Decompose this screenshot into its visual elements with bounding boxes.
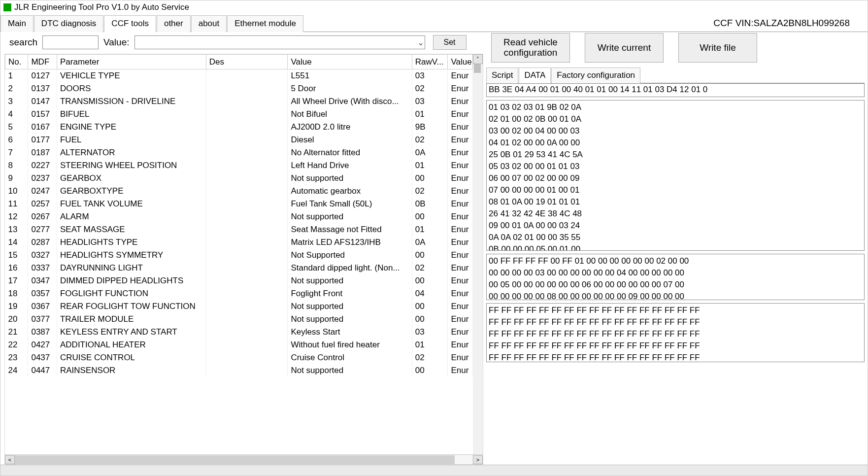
- scroll-right-icon[interactable]: >: [473, 455, 483, 464]
- cell-no: 8: [5, 159, 28, 172]
- cell-param: FUEL: [57, 134, 206, 146]
- top-tabs: MainDTC diagnosisCCF toolsotheraboutEthe…: [0, 14, 868, 32]
- cell-des: [206, 82, 288, 95]
- table-row[interactable]: 170347DIMMED DIPPED HEADLIGHTSNot suppor…: [5, 274, 473, 287]
- table-row[interactable]: 180357FOGLIGHT FUNCTIONFoglight Front04E…: [5, 287, 473, 300]
- cell-mdf: 0157: [28, 108, 57, 121]
- table-row[interactable]: 240447RAINSENSORNot supported00Enur: [5, 364, 473, 377]
- tab-main[interactable]: Main: [0, 15, 33, 32]
- set-button[interactable]: Set: [433, 35, 467, 50]
- tab-about[interactable]: about: [191, 15, 227, 32]
- cell-mdf: 0167: [28, 121, 57, 134]
- cell-raw: 03: [412, 326, 448, 339]
- cell-raw: 02: [412, 262, 448, 274]
- table-row[interactable]: 100247GEARBOXTYPEAutomatic gearbox02Enur: [5, 185, 473, 198]
- col-value[interactable]: Value: [288, 55, 412, 69]
- status-bar: [0, 465, 868, 476]
- cell-raw: 03: [412, 69, 448, 82]
- table-row[interactable]: 210387KEYLESS ENTRY AND STARTKeyless Sta…: [5, 326, 473, 339]
- cell-value: Not supported: [288, 300, 412, 313]
- vertical-scrollbar[interactable]: ˄ ˅: [473, 54, 483, 464]
- col-no[interactable]: No.: [5, 55, 28, 69]
- write-file-button[interactable]: Write file: [678, 33, 757, 63]
- table-row[interactable]: 220427ADDITIONAL HEATERWithout fuel fire…: [5, 339, 473, 351]
- subtab-data[interactable]: DATA: [519, 68, 551, 83]
- tab-other[interactable]: other: [157, 15, 191, 32]
- table-row[interactable]: 50167ENGINE TYPEAJ200D 2.0 litre9BEnur: [5, 121, 473, 134]
- col-des[interactable]: Des: [206, 55, 288, 69]
- cell-no: 9: [5, 172, 28, 185]
- cell-param: ADDITIONAL HEATER: [57, 339, 206, 351]
- cell-vt: Enur: [448, 108, 473, 121]
- col-valuetype[interactable]: Value: [448, 55, 473, 69]
- data-block-3[interactable]: [487, 304, 864, 362]
- table-row[interactable]: 40157BIFUELNot Bifuel01Enur: [5, 108, 473, 121]
- cell-des: [206, 69, 288, 82]
- col-parameter[interactable]: Parameter: [57, 55, 206, 69]
- table-row[interactable]: 110257FUEL TANK VOLUMEFuel Tank Small (5…: [5, 198, 473, 210]
- cell-param: SEAT MASSAGE: [57, 223, 206, 236]
- tab-ccf-tools[interactable]: CCF tools: [104, 15, 156, 32]
- cell-des: [206, 364, 288, 377]
- data-header-line[interactable]: BB 3E 04 A4 00 01 00 40 01 01 00 14 11 0…: [486, 83, 865, 97]
- table-row[interactable]: 130277SEAT MASSAGESeat Massage not Fitte…: [5, 223, 473, 236]
- cell-raw: 03: [412, 95, 448, 108]
- scroll-up-icon[interactable]: ˄: [473, 54, 483, 64]
- cell-raw: 00: [412, 313, 448, 326]
- parameter-grid[interactable]: No. MDF Parameter Des Value RawV... Valu…: [4, 54, 483, 465]
- table-row[interactable]: 80227STEERING WHEEL POSITIONLeft Hand Dr…: [5, 159, 473, 172]
- cell-vt: Enur: [448, 82, 473, 95]
- cell-des: [206, 262, 288, 274]
- table-row[interactable]: 30147TRANSMISSION - DRIVELINEAll Wheel D…: [5, 95, 473, 108]
- cell-des: [206, 198, 288, 210]
- cell-no: 22: [5, 339, 28, 351]
- tab-dtc-diagnosis[interactable]: DTC diagnosis: [34, 15, 104, 32]
- scroll-left-icon[interactable]: <: [5, 455, 15, 464]
- cell-param: ENGINE TYPE: [57, 121, 206, 134]
- table-row[interactable]: 190367REAR FOGLIGHT TOW FUNCTIONNot supp…: [5, 300, 473, 313]
- cell-des: [206, 274, 288, 287]
- table-row[interactable]: 60177FUELDiesel02Enur: [5, 134, 473, 146]
- subtab-factory-configuration[interactable]: Factory configuration: [551, 68, 640, 83]
- write-current-button[interactable]: Write current: [585, 33, 664, 63]
- cell-des: [206, 159, 288, 172]
- cell-des: [206, 351, 288, 364]
- value-input[interactable]: [134, 35, 425, 49]
- cell-param: KEYLESS ENTRY AND START: [57, 326, 206, 339]
- table-row[interactable]: 150327HEADLIGHTS SYMMETRYNot Supported00…: [5, 249, 473, 262]
- cell-value: Not supported: [288, 210, 412, 223]
- table-row[interactable]: 120267ALARMNot supported00Enur: [5, 210, 473, 223]
- table-row[interactable]: 200377TRAILER MODULENot supported00Enur: [5, 313, 473, 326]
- cell-vt: Enur: [448, 339, 473, 351]
- cell-vt: Enur: [448, 236, 473, 249]
- read-vehicle-config-button[interactable]: Read vehicle configuration: [491, 33, 570, 63]
- table-row[interactable]: 230437CRUISE CONTROLCruise Control02Enur: [5, 351, 473, 364]
- search-input[interactable]: [42, 35, 99, 49]
- data-block-1[interactable]: [487, 101, 864, 250]
- table-row[interactable]: 160337DAYRUNNING LIGHTStandard dipped li…: [5, 262, 473, 274]
- cell-value: Not supported: [288, 313, 412, 326]
- table-row[interactable]: 10127VEHICLE TYPEL55103Enur: [5, 69, 473, 82]
- window-title: JLR Engineering Tool Pro V1.0 by Auto Se…: [14, 2, 189, 12]
- table-row[interactable]: 20137DOORS5 Door02Enur: [5, 82, 473, 95]
- col-raw[interactable]: RawV...: [412, 55, 448, 69]
- table-row[interactable]: 140287HEADLIGHTS TYPEMatrix LED AFS123/I…: [5, 236, 473, 249]
- cell-vt: Enur: [448, 95, 473, 108]
- cell-param: VEHICLE TYPE: [57, 69, 206, 82]
- cell-no: 3: [5, 95, 28, 108]
- col-mdf[interactable]: MDF: [28, 55, 57, 69]
- tab-ethernet-module[interactable]: Ethernet module: [227, 15, 303, 32]
- table-row[interactable]: 90237GEARBOXNot supported00Enur: [5, 172, 473, 185]
- cell-param: ALARM: [57, 210, 206, 223]
- cell-value: Without fuel fired heater: [288, 339, 412, 351]
- horizontal-scrollbar[interactable]: < >: [5, 454, 483, 464]
- cell-vt: Enur: [448, 364, 473, 377]
- cell-raw: 00: [412, 249, 448, 262]
- data-block-2[interactable]: [487, 254, 864, 300]
- subtab-script[interactable]: Script: [486, 68, 518, 83]
- cell-no: 13: [5, 223, 28, 236]
- cell-no: 7: [5, 146, 28, 159]
- table-row[interactable]: 70187ALTERNATORNo Alternator fitted0AEnu…: [5, 146, 473, 159]
- cell-param: HEADLIGHTS SYMMETRY: [57, 249, 206, 262]
- cell-value: AJ200D 2.0 litre: [288, 121, 412, 134]
